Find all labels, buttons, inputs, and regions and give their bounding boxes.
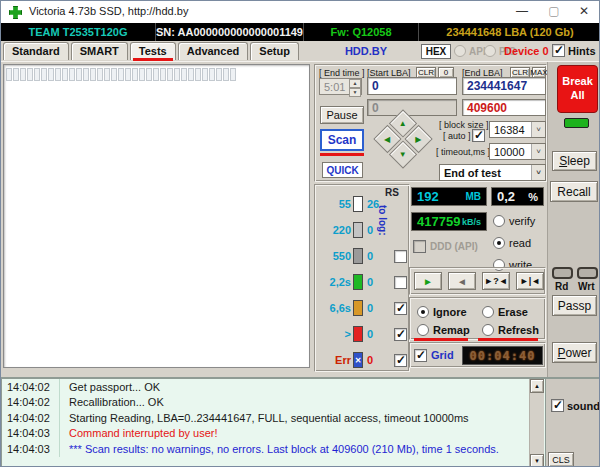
- sound-checkbox-box[interactable]: [551, 399, 564, 412]
- seek-end-icon: ►|◄: [520, 276, 540, 286]
- dropdown-arrow-icon[interactable]: ˅: [531, 144, 545, 159]
- last-block-field: 409600: [462, 99, 546, 116]
- drive-firmware: Fw: Q12058: [304, 23, 419, 41]
- recall-button[interactable]: Recall: [550, 181, 598, 202]
- end-lba-input[interactable]: 234441647: [462, 77, 546, 95]
- log-scrollbar[interactable]: ▲ ▼: [529, 379, 544, 467]
- hints-checkbox-box[interactable]: [552, 44, 565, 57]
- tab-advanced[interactable]: Advanced: [178, 42, 249, 60]
- seek-scan-button[interactable]: ►?◄: [482, 272, 510, 290]
- quick-button[interactable]: QUICK: [322, 162, 363, 178]
- arrow-up-icon: ▲: [399, 119, 407, 128]
- sound-checkbox[interactable]: sound: [551, 399, 600, 412]
- sleep-button[interactable]: Sleep: [552, 151, 597, 171]
- play-button[interactable]: ►: [414, 272, 442, 290]
- read-radio-circle[interactable]: [493, 237, 505, 249]
- device-indicator: Device 0: [504, 45, 549, 57]
- verify-radio-circle[interactable]: [493, 215, 505, 227]
- tab-tests[interactable]: Tests: [130, 42, 176, 60]
- legend-row-label: >: [315, 328, 353, 340]
- dropdown-arrow-icon[interactable]: ˅: [531, 165, 545, 180]
- tab-smart[interactable]: SMART: [71, 42, 128, 60]
- ignore-radio[interactable]: Ignore: [417, 306, 467, 318]
- auto-checkbox[interactable]: [472, 129, 485, 142]
- sound-label: sound: [567, 400, 600, 412]
- erase-radio-circle[interactable]: [482, 306, 494, 318]
- map-block: [160, 68, 166, 81]
- legend-to-log-checkbox[interactable]: [394, 328, 407, 341]
- pio-radio-circle[interactable]: [484, 45, 496, 57]
- end-time-spinner[interactable]: 5:01 ▲ ▼: [319, 78, 362, 95]
- api-radio[interactable]: API: [454, 45, 486, 57]
- log-timestamp: 14:04:02: [2, 396, 59, 408]
- drive-model: TEAM T2535T120G: [1, 23, 156, 41]
- spin-up-icon[interactable]: ▲: [349, 79, 361, 88]
- map-block: [202, 68, 208, 81]
- erase-radio[interactable]: Erase: [482, 306, 528, 318]
- map-block: [195, 68, 201, 81]
- scroll-down-icon[interactable]: ▼: [530, 454, 544, 467]
- map-block: [181, 68, 187, 81]
- tab-setup[interactable]: Setup: [250, 42, 299, 60]
- back-icon: ◄: [457, 276, 467, 287]
- ignore-radio-circle[interactable]: [417, 306, 429, 318]
- remap-radio[interactable]: Remap: [417, 324, 470, 336]
- map-block: [90, 68, 96, 81]
- passp-button[interactable]: Passp: [552, 295, 597, 316]
- grid-checkbox[interactable]: [414, 349, 427, 362]
- map-block: [146, 68, 152, 81]
- percent-value: 0,2: [497, 189, 515, 204]
- refresh-radio[interactable]: Refresh: [482, 324, 539, 336]
- end-of-test-select[interactable]: End of test ˅: [439, 164, 546, 181]
- grid-timer-panel: Grid 00:04:40: [409, 342, 546, 368]
- hints-checkbox[interactable]: Hints: [552, 44, 596, 57]
- seek-end-button[interactable]: ►|◄: [516, 272, 544, 290]
- read-radio[interactable]: read: [493, 237, 531, 249]
- spin-down-icon[interactable]: ▼: [349, 88, 361, 97]
- hints-label: Hints: [568, 45, 596, 57]
- back-button[interactable]: ◄: [448, 272, 476, 290]
- ddd-api-checkbox-box[interactable]: [413, 240, 426, 253]
- ddd-api-checkbox[interactable]: DDD (API): [413, 240, 478, 253]
- write-led: [577, 267, 598, 279]
- write-led-label: Wrt: [578, 281, 594, 292]
- break-all-button[interactable]: Break All: [557, 65, 598, 113]
- api-radio-circle[interactable]: [454, 45, 466, 57]
- legend-row: Err✕0: [315, 351, 409, 369]
- cls-button[interactable]: CLS: [548, 452, 574, 467]
- log-rows: 14:04:02Get passport... OK14:04:02Recall…: [2, 379, 545, 457]
- legend-to-log-checkbox[interactable]: [394, 250, 407, 263]
- hex-toggle-button[interactable]: HEX: [421, 44, 451, 59]
- tab-label: Advanced: [187, 45, 240, 57]
- dropdown-arrow-icon[interactable]: ˅: [531, 122, 545, 137]
- minimize-icon[interactable]: —: [507, 1, 537, 23]
- legend-row: >0: [315, 325, 409, 343]
- remap-radio-circle[interactable]: [417, 324, 429, 336]
- legend-to-log-checkbox[interactable]: [394, 276, 407, 289]
- timeout-label: [ timeout,ms ]: [436, 147, 490, 157]
- tab-standard[interactable]: Standard: [3, 42, 69, 60]
- remap-label: Remap: [433, 324, 470, 336]
- scan-button[interactable]: Scan: [320, 129, 364, 151]
- verify-radio[interactable]: verify: [493, 215, 535, 227]
- timeout-value: 10000: [494, 146, 525, 158]
- maximize-icon[interactable]: ▢: [539, 1, 569, 23]
- legend-to-log-checkbox[interactable]: [394, 354, 407, 367]
- block-size-select[interactable]: 16384 ˅: [489, 121, 546, 138]
- tab-label: Setup: [259, 45, 290, 57]
- scroll-up-icon[interactable]: ▲: [530, 379, 544, 393]
- refresh-radio-circle[interactable]: [482, 324, 494, 336]
- map-block: [139, 68, 145, 81]
- passp-label: Passp: [558, 299, 591, 313]
- scan-map: [3, 64, 310, 368]
- close-icon[interactable]: ✕: [569, 1, 599, 23]
- grid-label: Grid: [431, 349, 454, 361]
- timeout-select[interactable]: 10000 ˅: [489, 143, 546, 160]
- pause-button[interactable]: Pause: [320, 106, 364, 124]
- start-lba-input[interactable]: 0: [367, 77, 457, 95]
- map-block: [83, 68, 89, 81]
- title-bar: Victoria 4.73b SSD, http://hdd.by — ▢ ✕: [1, 1, 600, 23]
- power-button[interactable]: Power: [552, 342, 597, 363]
- legend-to-log-checkbox[interactable]: [394, 302, 407, 315]
- log-side-panel: sound CLS: [546, 377, 600, 467]
